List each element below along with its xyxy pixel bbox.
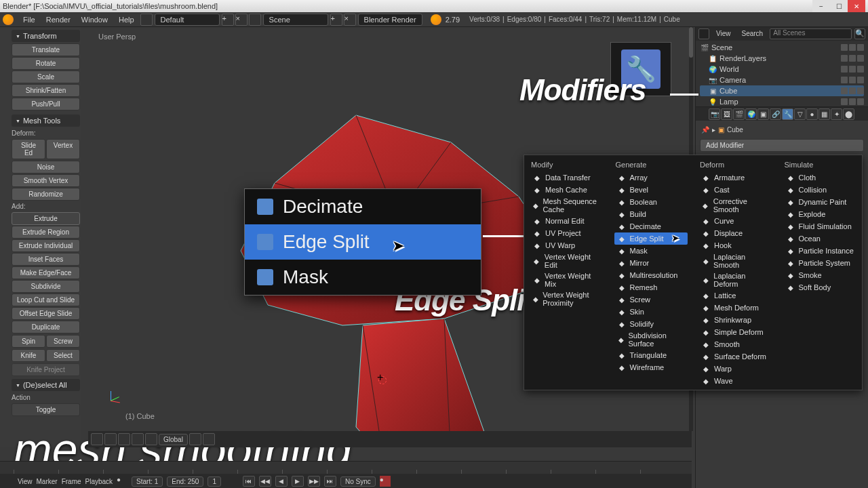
editor-type-icon[interactable] — [91, 433, 103, 445]
modifier-item[interactable]: ◆Wave — [698, 375, 772, 387]
menu-render[interactable]: Render — [41, 16, 76, 24]
vp-proportional-icon[interactable] — [203, 433, 215, 445]
zoom-item[interactable]: Decimate — [245, 189, 481, 224]
modifier-item[interactable]: ◆Cloth — [783, 171, 857, 184]
outliner-row[interactable]: 🎬Scene — [700, 42, 864, 53]
window-maximize-button[interactable]: ☐ — [830, 0, 848, 12]
translate-button[interactable]: Translate — [12, 43, 80, 56]
modifier-item[interactable]: ◆Cast — [698, 184, 772, 196]
vp-pivot-icon[interactable] — [132, 433, 144, 445]
start-frame-field[interactable]: Start: 1 — [132, 476, 163, 487]
visibility-icon[interactable] — [841, 87, 848, 94]
push-pull-button[interactable]: Push/Pull — [12, 98, 80, 110]
modifier-item[interactable]: ◆Array — [614, 171, 688, 184]
add-modifier-button[interactable]: Add Modifier — [700, 139, 864, 152]
record-icon[interactable]: ● — [380, 476, 391, 487]
modifier-item[interactable]: ◆Edge Split — [614, 232, 688, 245]
toggle-dropdown[interactable]: Toggle — [12, 403, 80, 416]
outliner-row[interactable]: ▣Cube — [700, 85, 864, 96]
subdivide-button[interactable]: Subdivide — [12, 280, 80, 293]
duplicate-button[interactable]: Duplicate — [12, 321, 80, 333]
modifier-item[interactable]: ◆Shrinkwrap — [698, 314, 772, 326]
slide-vertex-button[interactable]: Vertex — [46, 139, 80, 159]
extrude-dropdown[interactable]: Extrude — [12, 212, 80, 225]
modifier-item[interactable]: ◆Curve — [698, 215, 772, 227]
spin-button[interactable]: Spin — [12, 335, 45, 348]
render-icon[interactable] — [857, 98, 864, 105]
render-icon[interactable] — [857, 55, 864, 62]
vp-mode-icon[interactable] — [104, 433, 117, 445]
loop-cut-button[interactable]: Loop Cut and Slide — [12, 293, 80, 306]
modifier-item[interactable]: ◆Collision — [783, 184, 857, 196]
modifier-item[interactable]: ◆Smooth — [698, 338, 772, 350]
render-engine-dropdown[interactable]: Blender Render — [358, 14, 422, 26]
selectable-icon[interactable] — [849, 87, 856, 94]
make-edge-face-button[interactable]: Make Edge/Face — [12, 266, 80, 279]
timeline-playback-menu[interactable]: Playback — [85, 478, 113, 485]
tab-texture-icon[interactable]: ▦ — [818, 108, 830, 120]
scene-dropdown[interactable]: Scene — [263, 14, 328, 26]
play-reverse-icon[interactable]: ◀ — [275, 476, 288, 487]
modifier-item[interactable]: ◆UV Warp — [530, 239, 604, 251]
knife-project-button[interactable]: Knife Project — [12, 363, 80, 376]
modifier-item[interactable]: ◆Lattice — [698, 289, 772, 302]
vp-snap-icon[interactable] — [189, 433, 201, 445]
breadcrumb-object[interactable]: Cube — [727, 126, 743, 134]
visibility-icon[interactable] — [841, 98, 848, 105]
zoom-item[interactable]: Mask — [245, 260, 481, 295]
selectable-icon[interactable] — [849, 44, 856, 51]
modifier-item[interactable]: ◆Mirror — [614, 257, 688, 269]
screw-button[interactable]: Screw — [46, 335, 80, 348]
pin-icon[interactable]: 📌 — [701, 126, 709, 134]
selectable-icon[interactable] — [849, 98, 856, 105]
current-frame-field[interactable]: 1 — [208, 476, 221, 487]
visibility-icon[interactable] — [841, 66, 848, 73]
tab-world-icon[interactable]: 🌍 — [745, 108, 757, 120]
visibility-icon[interactable] — [841, 55, 848, 62]
modifier-item[interactable]: ◆Displace — [698, 227, 772, 239]
outliner-filter-dropdown[interactable]: All Scenes — [770, 28, 852, 39]
timeline-view-menu[interactable]: View — [18, 478, 33, 485]
vp-shading-icon[interactable] — [118, 433, 130, 445]
modifier-item[interactable]: ◆Decimate — [614, 220, 688, 232]
modifier-item[interactable]: ◆Wireframe — [614, 361, 688, 373]
modifier-item[interactable]: ◆Mesh Sequence Cache — [530, 196, 604, 215]
selectable-icon[interactable] — [849, 77, 856, 83]
modifier-item[interactable]: ◆Soft Body — [783, 281, 857, 293]
zoom-item[interactable]: Edge Split — [245, 224, 481, 260]
tab-physics-icon[interactable]: ⬤ — [843, 108, 854, 120]
layout-dropdown[interactable]: Default — [155, 14, 220, 26]
next-keyframe-icon[interactable]: ▶▶ — [308, 476, 320, 487]
tab-object-icon[interactable]: ▣ — [757, 108, 769, 120]
window-close-button[interactable]: ✕ — [848, 0, 865, 12]
mesh-tools-panel-header[interactable]: Mesh Tools — [12, 115, 80, 127]
outliner-view-menu[interactable]: View — [712, 29, 735, 39]
modifier-item[interactable]: ◆Simple Deform — [698, 326, 772, 338]
render-icon[interactable] — [857, 44, 864, 51]
modifier-item[interactable]: ◆Laplacian Smooth — [698, 251, 772, 270]
screen-layout-icon[interactable] — [140, 14, 153, 26]
render-icon[interactable] — [857, 66, 864, 73]
modifier-item[interactable]: ◆Laplacian Deform — [698, 270, 772, 289]
modifier-item[interactable]: ◆Solidify — [614, 318, 688, 330]
selectable-icon[interactable] — [849, 55, 856, 62]
orientation-dropdown[interactable]: Global — [159, 434, 188, 445]
vp-layers-icon[interactable] — [145, 433, 157, 445]
modifier-item[interactable]: ◆Vertex Weight Proximity — [530, 289, 604, 308]
menu-help[interactable]: Help — [113, 16, 140, 24]
menu-file[interactable]: File — [18, 16, 41, 24]
modifier-item[interactable]: ◆Armature — [698, 171, 772, 184]
extrude-individual-button[interactable]: Extrude Individual — [12, 239, 80, 252]
modifier-item[interactable]: ◆Fluid Simulation — [783, 220, 857, 232]
offset-edge-slide-button[interactable]: Offset Edge Slide — [12, 307, 80, 320]
tab-modifiers-icon[interactable]: 🔧 — [782, 108, 793, 120]
tab-render-layers-icon[interactable]: 🖼 — [721, 108, 732, 120]
outliner-editor-icon[interactable] — [698, 28, 709, 39]
modifier-item[interactable]: ◆Subdivision Surface — [614, 330, 688, 349]
modifier-item[interactable]: ◆Vertex Weight Edit — [530, 251, 604, 270]
tab-scene-icon[interactable]: 🎬 — [733, 108, 745, 120]
randomize-button[interactable]: Randomize — [12, 188, 80, 201]
modifier-item[interactable]: ◆Skin — [614, 306, 688, 318]
jump-start-icon[interactable]: ⏮ — [243, 476, 255, 487]
slide-edge-button[interactable]: Slide Ed — [12, 139, 45, 159]
